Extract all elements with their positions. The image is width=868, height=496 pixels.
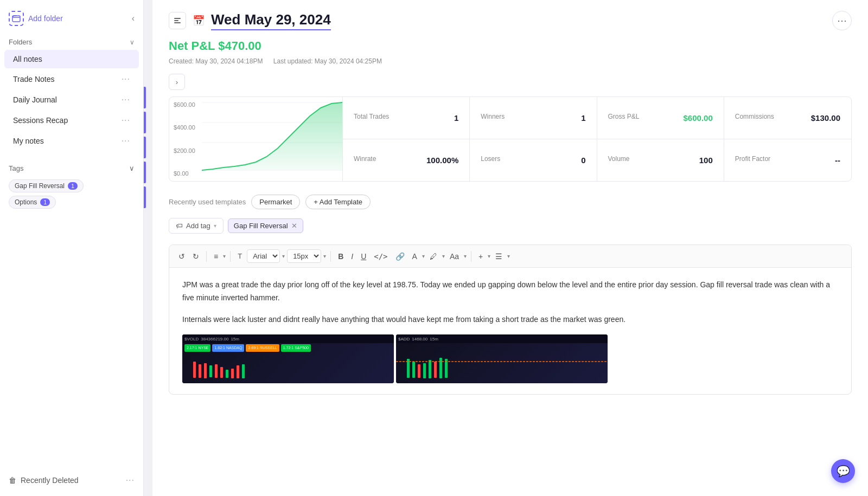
editor-paragraph-1: JPM was a great trade the day prior long… [182, 279, 838, 305]
svg-rect-11 [209, 365, 212, 377]
recently-deleted-item[interactable]: 🗑 Recently Deleted ··· [0, 471, 143, 489]
sidebar-header: Add folder ‹ [0, 7, 143, 35]
svg-rect-9 [199, 364, 201, 378]
svg-rect-2 [174, 20, 178, 21]
volume-stat: Volume 100 [597, 139, 724, 182]
highlight-button[interactable]: 🖊 [427, 250, 440, 262]
tags-chevron-icon: ∨ [129, 164, 135, 172]
winrate-stat: Winrate 100.00% [343, 139, 470, 182]
folders-section-header: Folders ∨ [0, 35, 143, 49]
svg-rect-17 [242, 364, 245, 378]
sidebar-item-all-notes[interactable]: All notes [4, 50, 139, 68]
insert-chevron-icon: ▾ [488, 253, 490, 259]
accent-bar-1 [144, 87, 146, 108]
svg-rect-22 [429, 360, 431, 378]
svg-rect-13 [220, 367, 223, 378]
tags-section: Tags ∨ Gap Fill Reversal 1 Options 1 [0, 160, 143, 215]
align-chevron-icon: ▾ [223, 253, 226, 259]
updated-date: Last updated: May 30, 2024 04:25PM [273, 57, 382, 65]
trash-icon: 🗑 [9, 476, 16, 485]
add-folder-icon [9, 11, 24, 26]
editor-tags-row: 🏷 Add tag ▾ Gap Fill Reversal ✕ [169, 218, 852, 234]
font-chevron-icon: ▾ [282, 253, 285, 259]
svg-rect-24 [439, 358, 442, 378]
svg-rect-14 [226, 370, 228, 378]
trade-notes-menu-icon[interactable]: ··· [122, 74, 130, 84]
text-case-chevron-icon: ▾ [464, 253, 467, 259]
bold-button[interactable]: B [335, 250, 346, 262]
daily-journal-menu-icon[interactable]: ··· [122, 95, 130, 105]
font-color-button[interactable]: A [410, 250, 420, 262]
accent-bar-2 [144, 112, 146, 133]
accent-bar-3 [144, 137, 146, 158]
chart-label-0: $0.00 [174, 170, 195, 177]
left-accent-bars [144, 0, 152, 496]
editor-paragraph-2: Internals were lack luster and didnt rea… [182, 313, 838, 326]
svg-rect-16 [237, 365, 239, 378]
winners-stat: Winners 1 [470, 97, 597, 139]
chart-image-2: $ADD 1468.00 15m [396, 334, 608, 383]
add-tag-dropdown[interactable]: 🏷 Add tag ▾ [169, 218, 224, 234]
created-date: Created: May 30, 2024 04:18PM [169, 57, 263, 65]
svg-rect-10 [204, 363, 207, 378]
svg-rect-8 [193, 362, 196, 378]
sidebar-collapse-button[interactable]: ‹ [132, 14, 135, 23]
sessions-recap-menu-icon[interactable]: ··· [122, 115, 130, 125]
add-template-button[interactable]: + Add Template [305, 195, 371, 209]
list-button[interactable]: ☰ [493, 250, 505, 262]
sidebar-item-trade-notes[interactable]: Trade Notes ··· [4, 69, 139, 89]
chat-button[interactable]: 💬 [831, 459, 855, 483]
templates-row: Recently used templates Permarket + Add … [169, 195, 852, 209]
expand-button[interactable]: › [169, 74, 185, 90]
chart-label-400: $400.00 [174, 124, 195, 131]
svg-rect-15 [231, 369, 234, 378]
chart-image-1: $VOLD 384366219.00 15m 2.17:1 NYSE 1.82:… [182, 334, 394, 383]
commissions-stat: Commissions $130.00 [724, 97, 851, 139]
add-folder-button[interactable]: Add folder [9, 11, 63, 26]
link-button[interactable]: 🔗 [393, 250, 407, 262]
chart-screenshots: $VOLD 384366219.00 15m 2.17:1 NYSE 1.82:… [182, 334, 838, 383]
font-color-chevron-icon: ▾ [422, 253, 425, 259]
align-button[interactable]: ≡ [211, 250, 221, 262]
list-chevron-icon: ▾ [507, 253, 510, 259]
tag-options[interactable]: Options 1 [9, 196, 56, 209]
remove-tag-button[interactable]: ✕ [291, 222, 297, 230]
svg-rect-12 [215, 364, 218, 378]
tag-gap-fill-reversal[interactable]: Gap Fill Reversal 1 [9, 179, 84, 192]
redo-button[interactable]: ↻ [190, 250, 202, 262]
svg-rect-19 [412, 362, 415, 378]
stats-row: $600.00 $400.00 $200.00 $0.00 [169, 96, 852, 182]
stats-grid: Total Trades 1 Winners 1 Gross P&L $600.… [343, 97, 851, 181]
page-title: Wed May 29, 2024 [211, 11, 331, 30]
text-case-button[interactable]: Aa [447, 250, 462, 262]
sidebar-item-sessions-recap[interactable]: Sessions Recap ··· [4, 111, 139, 130]
font-family-select[interactable]: Arial [247, 249, 280, 263]
editor-body[interactable]: JPM was a great trade the day prior long… [169, 268, 851, 394]
svg-rect-20 [418, 364, 420, 378]
font-size-select[interactable]: 15px [287, 249, 321, 263]
insert-button[interactable]: + [476, 250, 486, 262]
size-chevron-icon: ▾ [323, 253, 326, 259]
sidebar-item-daily-journal[interactable]: Daily Journal ··· [4, 90, 139, 109]
permarket-template-button[interactable]: Permarket [251, 195, 300, 209]
chat-icon: 💬 [837, 465, 850, 478]
main-content: 📅 Wed May 29, 2024 ⋯ Net P&L $470.00 Cre… [152, 0, 868, 496]
accent-bar-4 [144, 162, 146, 183]
font-type-button[interactable]: T [235, 250, 245, 262]
sidebar-toggle-button[interactable] [169, 12, 186, 29]
code-button[interactable]: </> [371, 250, 390, 262]
accent-bar-5 [144, 186, 146, 208]
sidebar-item-my-notes[interactable]: My notes ··· [4, 131, 139, 151]
my-notes-menu-icon[interactable]: ··· [122, 136, 130, 146]
more-options-button[interactable]: ⋯ [832, 11, 852, 30]
tag-icon: 🏷 [176, 222, 183, 230]
page-header: 📅 Wed May 29, 2024 ⋯ [169, 11, 852, 30]
undo-button[interactable]: ↺ [176, 250, 188, 262]
underline-button[interactable]: U [358, 250, 369, 262]
applied-tag-gap-fill-reversal: Gap Fill Reversal ✕ [228, 218, 303, 233]
highlight-chevron-icon: ▾ [442, 253, 445, 259]
recently-deleted-menu-icon[interactable]: ··· [126, 475, 135, 485]
italic-button[interactable]: I [348, 250, 356, 262]
folders-chevron-icon: ∨ [130, 38, 135, 46]
net-pnl: Net P&L $470.00 [169, 39, 852, 53]
